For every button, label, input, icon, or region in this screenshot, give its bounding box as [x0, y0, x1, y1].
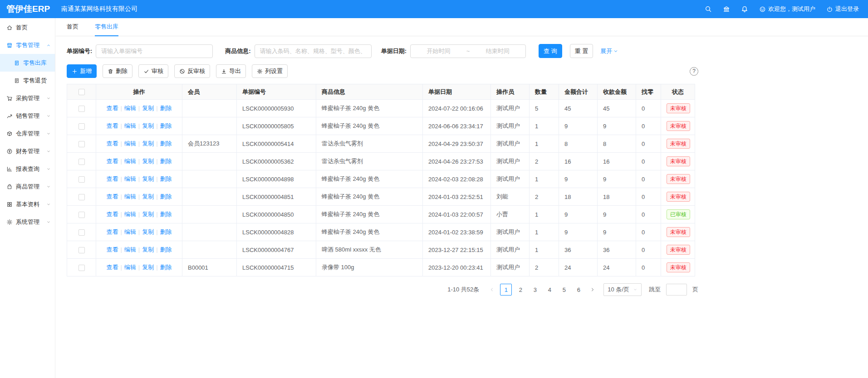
row-action-delete[interactable]: 删除	[160, 228, 172, 235]
page-size-select[interactable]: 10 条/页	[603, 283, 642, 296]
row-action-delete[interactable]: 删除	[160, 105, 172, 111]
sidebar-item-purchase[interactable]: 采购管理	[0, 89, 55, 107]
page-1[interactable]: 1	[500, 284, 512, 296]
row-action-edit[interactable]: 编辑	[124, 211, 136, 218]
delete-button[interactable]: 删除	[103, 64, 132, 78]
row-action-edit[interactable]: 编辑	[124, 246, 136, 253]
sidebar-item-warehouse[interactable]: 仓库管理	[0, 125, 55, 142]
sidebar-item-sales[interactable]: 销售管理	[0, 107, 55, 125]
row-action-edit[interactable]: 编辑	[124, 175, 136, 182]
tab-home[interactable]: 首页	[67, 18, 78, 36]
sidebar-item-retail-outbound[interactable]: 零售出库	[0, 54, 55, 72]
jump-input[interactable]	[666, 284, 687, 296]
row-action-view[interactable]: 查看	[106, 105, 118, 111]
export-button[interactable]: 导出	[216, 64, 246, 78]
sidebar-item-system[interactable]: 系统管理	[0, 213, 55, 231]
row-action-delete[interactable]: 删除	[160, 246, 172, 253]
prev-page-icon[interactable]	[486, 284, 497, 296]
page-2[interactable]: 2	[515, 284, 526, 296]
row-action-copy[interactable]: 复制	[142, 175, 154, 182]
row-action-copy[interactable]: 复制	[142, 140, 154, 147]
chevron-down-icon	[633, 287, 638, 292]
search-icon[interactable]	[705, 5, 712, 13]
row-action-view[interactable]: 查看	[106, 228, 118, 235]
row-checkbox[interactable]	[78, 159, 85, 165]
row-checkbox[interactable]	[78, 194, 85, 200]
row-action-copy[interactable]: 复制	[142, 246, 154, 253]
page-4[interactable]: 4	[544, 284, 555, 296]
row-action-edit[interactable]: 编辑	[124, 193, 136, 200]
sidebar-item-retail[interactable]: 零售管理	[0, 36, 55, 54]
row-checkbox[interactable]	[78, 229, 85, 236]
row-checkbox[interactable]	[78, 176, 85, 183]
logout-button[interactable]: 退出登录	[826, 5, 859, 13]
tab-retail-outbound[interactable]: 零售出库	[95, 18, 118, 36]
row-action-view[interactable]: 查看	[106, 193, 118, 200]
row-action-view[interactable]: 查看	[106, 246, 118, 253]
page-3[interactable]: 3	[529, 284, 541, 296]
row-action-delete[interactable]: 删除	[160, 211, 172, 218]
row-action-edit[interactable]: 编辑	[124, 158, 136, 165]
row-action-edit[interactable]: 编辑	[124, 264, 136, 271]
status-badge: 未审核	[667, 227, 690, 237]
row-checkbox[interactable]	[78, 123, 85, 130]
row-action-copy[interactable]: 复制	[142, 193, 154, 200]
row-action-copy[interactable]: 复制	[142, 228, 154, 235]
select-all-checkbox[interactable]	[78, 89, 85, 95]
sidebar-item-finance[interactable]: 财务管理	[0, 142, 55, 160]
row-action-delete[interactable]: 删除	[160, 158, 172, 165]
row-checkbox[interactable]	[78, 212, 85, 218]
bell-icon[interactable]	[741, 5, 748, 13]
row-action-delete[interactable]: 删除	[160, 175, 172, 182]
row-action-view[interactable]: 查看	[106, 122, 118, 129]
query-button[interactable]: 查 询	[539, 44, 562, 58]
row-action-delete[interactable]: 删除	[160, 140, 172, 147]
row-action-copy[interactable]: 复制	[142, 158, 154, 165]
unaudit-button[interactable]: 反审核	[174, 64, 210, 78]
row-action-delete[interactable]: 删除	[160, 193, 172, 200]
row-action-edit[interactable]: 编辑	[124, 122, 136, 129]
column-settings-button[interactable]: 列设置	[252, 64, 288, 78]
welcome-user[interactable]: 欢迎您，测试用户	[759, 5, 815, 13]
row-action-copy[interactable]: 复制	[142, 264, 154, 271]
row-action-delete[interactable]: 删除	[160, 264, 172, 271]
row-action-copy[interactable]: 复制	[142, 105, 154, 111]
date-range-picker[interactable]: 开始时间 ~ 结束时间	[410, 44, 526, 58]
row-action-view[interactable]: 查看	[106, 158, 118, 165]
row-action-view[interactable]: 查看	[106, 140, 118, 147]
row-checkbox[interactable]	[78, 247, 85, 253]
sidebar-item-report[interactable]: 报表查询	[0, 160, 55, 178]
next-page-icon[interactable]	[587, 284, 598, 296]
bill-no-input[interactable]	[96, 44, 213, 58]
reset-button[interactable]: 重 置	[570, 44, 593, 58]
sidebar-item-goods[interactable]: 商品管理	[0, 178, 55, 195]
bank-icon[interactable]	[723, 5, 730, 13]
row-checkbox[interactable]	[78, 106, 85, 112]
row-action-edit[interactable]: 编辑	[124, 105, 136, 111]
row-action-edit[interactable]: 编辑	[124, 228, 136, 235]
goods-input[interactable]	[255, 44, 372, 58]
row-checkbox[interactable]	[78, 265, 85, 271]
page-6[interactable]: 6	[573, 284, 584, 296]
row-action-view[interactable]: 查看	[106, 211, 118, 218]
sidebar-item-retail-return[interactable]: 零售退货	[0, 72, 55, 89]
action-separator: |	[138, 264, 140, 271]
row-checkbox[interactable]	[78, 141, 85, 147]
row-action-view[interactable]: 查看	[106, 264, 118, 271]
page-5[interactable]: 5	[558, 284, 570, 296]
received-amount-cell: 9	[598, 206, 636, 223]
button-label: 审核	[152, 67, 163, 75]
row-action-view[interactable]: 查看	[106, 175, 118, 182]
action-separator: |	[156, 228, 157, 235]
row-action-delete[interactable]: 删除	[160, 122, 172, 129]
audit-button[interactable]: 审核	[138, 64, 168, 78]
sidebar-item-home[interactable]: 首页	[0, 19, 55, 36]
add-button[interactable]: 新增	[67, 64, 97, 78]
row-action-edit[interactable]: 编辑	[124, 140, 136, 147]
row-action-copy[interactable]: 复制	[142, 122, 154, 129]
help-icon[interactable]: ?	[690, 67, 698, 76]
expand-link[interactable]: 展开	[600, 47, 618, 55]
status-badge: 未审核	[667, 121, 690, 131]
row-action-copy[interactable]: 复制	[142, 211, 154, 218]
sidebar-item-basedata[interactable]: 基本资料	[0, 195, 55, 213]
